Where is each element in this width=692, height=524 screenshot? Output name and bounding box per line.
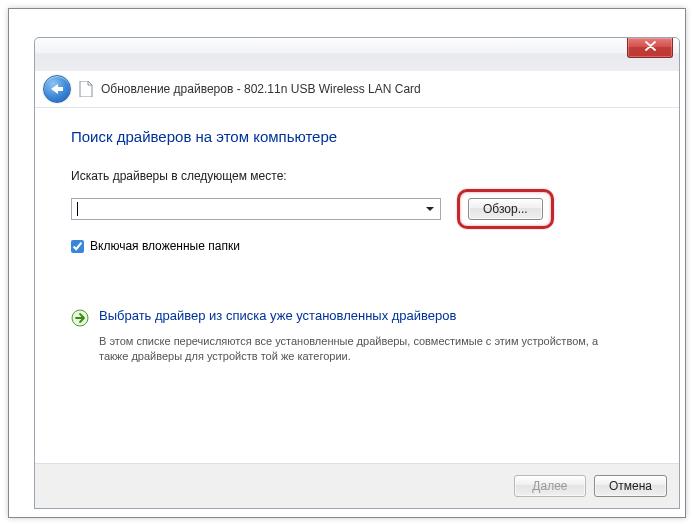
page-icon (79, 81, 93, 97)
arrow-right-icon (71, 309, 89, 327)
window-frame: Обновление драйверов - 802.11n USB Wirel… (8, 8, 686, 518)
browse-highlight: Обзор... (457, 189, 554, 229)
close-button[interactable] (627, 38, 673, 58)
include-subfolders-row[interactable]: Включая вложенные папки (71, 239, 643, 253)
browse-button[interactable]: Обзор... (468, 198, 543, 220)
titlebar (34, 37, 680, 73)
pick-from-list-link[interactable]: Выбрать драйвер из списка уже установлен… (71, 308, 643, 375)
window-title: Обновление драйверов - 802.11n USB Wirel… (101, 82, 421, 96)
next-button[interactable]: Далее (514, 475, 586, 497)
include-subfolders-label: Включая вложенные папки (90, 239, 240, 253)
include-subfolders-checkbox[interactable] (71, 240, 84, 253)
search-location-label: Искать драйверы в следующем месте: (71, 169, 643, 183)
chevron-down-icon[interactable] (422, 200, 438, 218)
path-row: Обзор... (71, 189, 643, 229)
wizard-pane: Обновление драйверов - 802.11n USB Wirel… (34, 71, 680, 509)
back-button[interactable] (43, 75, 71, 103)
text-caret (77, 202, 78, 216)
title-device: 802.11n USB Wireless LAN Card (244, 82, 421, 96)
cancel-button[interactable]: Отмена (594, 475, 667, 497)
title-prefix: Обновление драйверов (101, 82, 233, 96)
page-heading: Поиск драйверов на этом компьютере (71, 128, 643, 145)
wizard-body: Поиск драйверов на этом компьютере Искат… (35, 108, 679, 485)
path-input[interactable] (76, 200, 422, 218)
wizard-header: Обновление драйверов - 802.11n USB Wirel… (35, 71, 679, 108)
wizard-footer: Далее Отмена (35, 463, 679, 508)
close-icon (645, 41, 656, 51)
pick-link-title: Выбрать драйвер из списка уже установлен… (99, 308, 619, 323)
path-combobox[interactable] (71, 198, 441, 220)
pick-link-desc: В этом списке перечисляются все установл… (99, 334, 619, 364)
